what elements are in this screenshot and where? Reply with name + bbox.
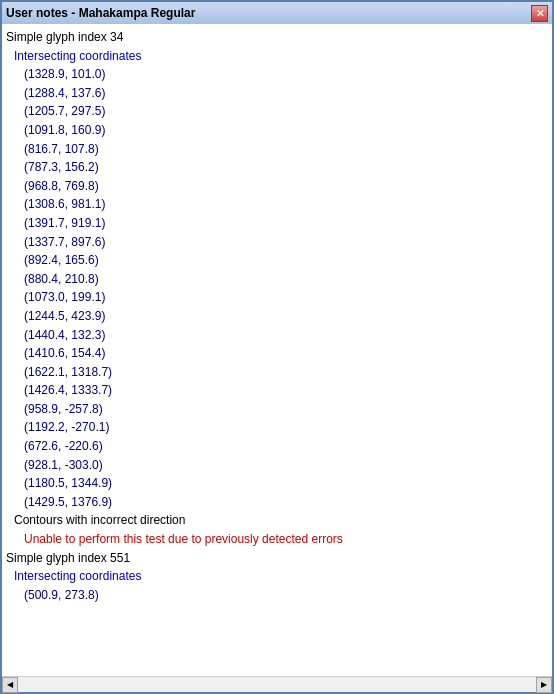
list-item: (787.3, 156.2) <box>4 158 550 177</box>
title-bar: User notes - Mahakampa Regular ✕ <box>2 2 552 24</box>
main-window: User notes - Mahakampa Regular ✕ Simple … <box>0 0 554 694</box>
list-item: (1391.7, 919.1) <box>4 214 550 233</box>
list-item: (1429.5, 1376.9) <box>4 493 550 512</box>
horizontal-scrollbar: ◀ ▶ <box>2 676 552 692</box>
list-item: (1192.2, -270.1) <box>4 418 550 437</box>
list-item: (1328.9, 101.0) <box>4 65 550 84</box>
list-item: (1308.6, 981.1) <box>4 195 550 214</box>
list-item: (892.4, 165.6) <box>4 251 550 270</box>
list-item: (816.7, 107.8) <box>4 140 550 159</box>
list-item: (1426.4, 1333.7) <box>4 381 550 400</box>
list-item: (1205.7, 297.5) <box>4 102 550 121</box>
list-item: (1244.5, 423.9) <box>4 307 550 326</box>
content-area: Simple glyph index 34Intersecting coordi… <box>2 24 552 676</box>
list-item: Simple glyph index 34 <box>4 28 550 47</box>
window-title: User notes - Mahakampa Regular <box>6 6 195 20</box>
list-item: (500.9, 273.8) <box>4 586 550 605</box>
list-item: (1091.8, 160.9) <box>4 121 550 140</box>
list-item: Intersecting coordinates <box>4 567 550 586</box>
scroll-right-button[interactable]: ▶ <box>536 677 552 693</box>
list-item: (928.1, -303.0) <box>4 456 550 475</box>
list-item: (672.6, -220.6) <box>4 437 550 456</box>
list-item: Simple glyph index 551 <box>4 549 550 568</box>
list-item: (1180.5, 1344.9) <box>4 474 550 493</box>
scrollbar-track-horizontal[interactable] <box>18 677 536 692</box>
list-item: Intersecting coordinates <box>4 47 550 66</box>
list-item: Contours with incorrect direction <box>4 511 550 530</box>
list-item: (968.8, 769.8) <box>4 177 550 196</box>
list-item: (1288.4, 137.6) <box>4 84 550 103</box>
list-item: (1410.6, 154.4) <box>4 344 550 363</box>
list-item: (1337.7, 897.6) <box>4 233 550 252</box>
list-item: (958.9, -257.8) <box>4 400 550 419</box>
list-item: Unable to perform this test due to previ… <box>4 530 550 549</box>
scrollable-content[interactable]: Simple glyph index 34Intersecting coordi… <box>2 24 552 676</box>
scroll-left-button[interactable]: ◀ <box>2 677 18 693</box>
close-button[interactable]: ✕ <box>531 5 548 22</box>
list-item: (1073.0, 199.1) <box>4 288 550 307</box>
list-item: (880.4, 210.8) <box>4 270 550 289</box>
list-item: (1440.4, 132.3) <box>4 326 550 345</box>
list-item: (1622.1, 1318.7) <box>4 363 550 382</box>
